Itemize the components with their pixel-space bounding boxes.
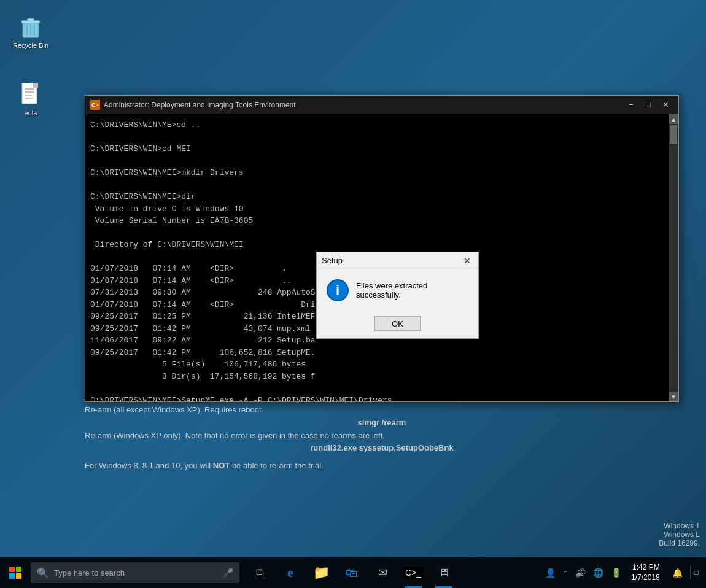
system-tray: 👤 ⌃ 🔊 🌐 🔋 1:42 PM 1/7/2018 🔔 □: [543, 562, 706, 583]
svg-rect-13: [16, 567, 21, 572]
scrollbar-up-arrow[interactable]: ▲: [669, 114, 678, 124]
cmd-line: [90, 382, 664, 395]
info-line2-cmd: slmgr /rearm: [358, 418, 406, 427]
scrollbar-track[interactable]: [669, 124, 678, 392]
windows-info-line1: Windows 1: [659, 522, 700, 530]
info-line5-prefix: For Windows 8, 8.1 and 10, you will: [85, 461, 213, 470]
cmd-line: [90, 179, 664, 191]
setup-footer: OK: [317, 311, 478, 338]
svg-rect-7: [33, 83, 38, 88]
start-button[interactable]: [0, 557, 31, 588]
cmd-icon: C>_: [403, 567, 424, 579]
info-line-3: Re-arm (Windows XP only). Note that no e…: [85, 430, 679, 443]
taskbar-apps: ⧉ e 📁 🛍 ✉ C>_ 🖥: [244, 557, 459, 588]
scrollbar-thumb[interactable]: [670, 125, 677, 144]
cmd-window-icon: C>: [90, 100, 100, 110]
taskbar-search[interactable]: 🔍 Type here to search 🎤: [31, 562, 239, 583]
cmd-window: C> Administrator: Deployment and Imaging…: [85, 95, 679, 402]
info-line-5: For Windows 8, 8.1 and 10, you will NOT …: [85, 460, 679, 473]
windows-info-line3: Build 16299.: [659, 539, 700, 547]
setup-close-button[interactable]: ✕: [461, 255, 473, 267]
mail-icon: ✉: [378, 566, 387, 579]
taskbar-explorer-button[interactable]: 📁: [306, 557, 336, 588]
tray-volume-icon[interactable]: 🔊: [573, 565, 588, 580]
search-icon: 🔍: [37, 567, 49, 579]
store-icon: 🛍: [346, 566, 358, 580]
windows-info: Windows 1 Windows L Build 16299.: [659, 522, 700, 547]
setup-dialog: Setup ✕ i Files were extracted successfu…: [316, 252, 479, 339]
cmd-line: Directory of C:\DRIVERS\WIN\MEI: [90, 239, 664, 251]
setup-title: Setup: [322, 256, 343, 265]
deployment-icon: 🖥: [438, 567, 449, 579]
taskview-icon: ⧉: [256, 567, 264, 579]
cmd-line: 5 File(s) 106,717,486 bytes: [90, 358, 664, 371]
info-text-section: Re-arm (all except Windows XP). Requires…: [85, 404, 679, 473]
setup-titlebar: Setup ✕: [317, 252, 478, 269]
tray-expand-icon[interactable]: ⌃: [561, 567, 570, 579]
tray-date: 1/7/2018: [631, 573, 660, 583]
taskbar-taskview-button[interactable]: ⧉: [244, 557, 275, 588]
search-placeholder: Type here to search: [54, 568, 125, 578]
eula-image: [18, 82, 43, 107]
edge-icon: e: [287, 565, 293, 581]
recycle-bin-icon[interactable]: Recycle Bin: [9, 12, 52, 52]
tray-notification-icon[interactable]: 🔔: [667, 565, 688, 580]
cmd-line: C:\DRIVERS\WIN\MEI>dir: [90, 191, 664, 203]
setup-ok-button[interactable]: OK: [374, 316, 421, 331]
svg-rect-2: [28, 18, 34, 21]
eula-icon[interactable]: eula: [9, 80, 52, 119]
show-desktop-button[interactable]: □: [690, 566, 701, 579]
cmd-line: [90, 155, 664, 168]
taskbar-cmd-button[interactable]: C>_: [398, 557, 429, 588]
cmd-title: Administrator: Deployment and Imaging To…: [104, 101, 623, 109]
windows-info-line2: Windows L: [659, 530, 700, 539]
info-line1-text: Re-arm (all except Windows XP). Requires…: [85, 405, 263, 414]
tray-network-icon[interactable]: 🌐: [591, 565, 606, 580]
info-line3-text: Re-arm (Windows XP only). Note that no e…: [85, 431, 385, 440]
desktop: Recycle Bin eula C> Administrator: Deplo…: [0, 0, 706, 557]
cmd-maximize-button[interactable]: □: [640, 98, 656, 112]
cmd-line: 3 Dir(s) 17,154,568,192 bytes f: [90, 371, 664, 383]
tray-battery-icon[interactable]: 🔋: [608, 565, 624, 580]
microphone-icon[interactable]: 🎤: [223, 568, 233, 578]
cmd-minimize-button[interactable]: −: [623, 98, 639, 112]
taskbar-store-button[interactable]: 🛍: [336, 557, 367, 588]
recycle-bin-label: Recycle Bin: [13, 42, 48, 49]
cmd-line: 09/25/2017 01:42 PM 106,652,816 SetupME.: [90, 347, 664, 359]
taskbar-deployment-button[interactable]: 🖥: [429, 557, 459, 588]
cmd-line: C:\DRIVERS\WIN\ME>cd ..: [90, 119, 664, 131]
svg-rect-15: [16, 573, 21, 579]
taskbar-edge-button[interactable]: e: [275, 557, 306, 588]
eula-label: eula: [25, 109, 37, 117]
info-line5-bold: NOT: [213, 461, 230, 470]
info-line-1: Re-arm (all except Windows XP). Requires…: [85, 404, 679, 417]
scrollbar-down-arrow[interactable]: ▼: [669, 392, 678, 401]
svg-rect-12: [9, 567, 15, 572]
info-line5-suffix: be able to re-arm the trial.: [230, 461, 323, 470]
cmd-controls: − □ ✕: [623, 98, 673, 112]
svg-rect-14: [9, 573, 15, 579]
cmd-close-button[interactable]: ✕: [658, 98, 673, 112]
taskbar: 🔍 Type here to search 🎤 ⧉ e 📁 🛍 ✉ C>_: [0, 557, 706, 588]
cmd-line: C:\DRIVERS\WIN\MEI>mkdir Drivers: [90, 167, 664, 179]
cmd-line: [90, 227, 664, 239]
setup-body: i Files were extracted successfully.: [317, 269, 478, 311]
cmd-line: [90, 131, 664, 144]
file-explorer-icon: 📁: [313, 565, 330, 581]
cmd-line: C:\DRIVERS\WIN\MEI>SetupME.exe -A -P C:\…: [90, 395, 664, 402]
setup-info-icon: i: [327, 279, 349, 301]
recycle-bin-image: [18, 15, 43, 39]
cmd-scrollbar[interactable]: ▲ ▼: [669, 114, 678, 401]
tray-clock[interactable]: 1:42 PM 1/7/2018: [626, 562, 665, 583]
tray-person-icon[interactable]: 👤: [543, 565, 558, 580]
cmd-line: C:\DRIVERS\WIN>cd MEI: [90, 143, 664, 155]
setup-message: Files were extracted successfully.: [356, 281, 468, 300]
info-line-4: rundll32.exe syssetup,SetupOobeBnk: [85, 442, 679, 455]
cmd-line: Volume Serial Number is EA7B-3605: [90, 215, 664, 227]
taskbar-mail-button[interactable]: ✉: [367, 557, 398, 588]
cmd-titlebar: C> Administrator: Deployment and Imaging…: [85, 96, 678, 114]
cmd-line: Volume in drive C is Windows 10: [90, 203, 664, 215]
tray-time: 1:42 PM: [631, 562, 660, 573]
info-line-2: slmgr /rearm: [85, 417, 679, 430]
info-line4-cmd: rundll32.exe syssetup,SetupOobeBnk: [310, 443, 453, 452]
